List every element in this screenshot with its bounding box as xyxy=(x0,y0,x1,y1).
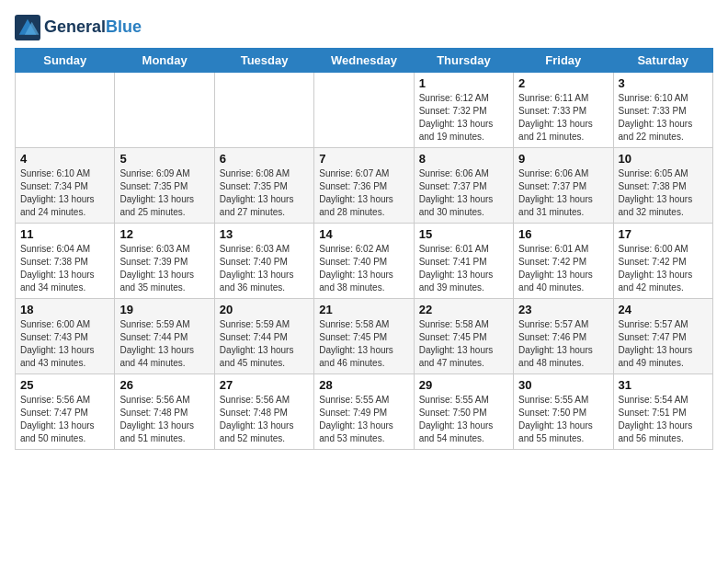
calendar-cell: 12Sunrise: 6:03 AM Sunset: 7:39 PM Dayli… xyxy=(115,224,214,299)
day-info: Sunrise: 5:57 AM Sunset: 7:47 PM Dayligh… xyxy=(619,318,708,370)
dow-header: Friday xyxy=(514,49,613,73)
day-info: Sunrise: 5:58 AM Sunset: 7:45 PM Dayligh… xyxy=(319,318,408,370)
day-info: Sunrise: 6:10 AM Sunset: 7:34 PM Dayligh… xyxy=(20,167,109,219)
calendar-cell: 16Sunrise: 6:01 AM Sunset: 7:42 PM Dayli… xyxy=(514,224,613,299)
calendar-cell: 26Sunrise: 5:56 AM Sunset: 7:48 PM Dayli… xyxy=(115,374,214,450)
day-info: Sunrise: 6:07 AM Sunset: 7:36 PM Dayligh… xyxy=(319,167,408,219)
day-number: 26 xyxy=(119,378,209,392)
day-number: 1 xyxy=(419,76,508,90)
calendar-cell: 29Sunrise: 5:55 AM Sunset: 7:50 PM Dayli… xyxy=(414,374,513,450)
day-number: 7 xyxy=(319,152,408,166)
day-number: 18 xyxy=(20,303,109,316)
day-info: Sunrise: 5:56 AM Sunset: 7:48 PM Dayligh… xyxy=(119,394,209,445)
calendar-cell: 8Sunrise: 6:06 AM Sunset: 7:37 PM Daylig… xyxy=(414,148,513,224)
calendar-cell: 10Sunrise: 6:05 AM Sunset: 7:38 PM Dayli… xyxy=(613,148,712,224)
calendar-cell: 30Sunrise: 5:55 AM Sunset: 7:50 PM Dayli… xyxy=(514,374,613,450)
day-number: 23 xyxy=(518,303,608,316)
calendar-cell: 3Sunrise: 6:10 AM Sunset: 7:33 PM Daylig… xyxy=(613,73,712,148)
day-info: Sunrise: 5:56 AM Sunset: 7:47 PM Dayligh… xyxy=(20,394,109,445)
week-row: 4Sunrise: 6:10 AM Sunset: 7:34 PM Daylig… xyxy=(16,148,713,224)
day-info: Sunrise: 6:01 AM Sunset: 7:41 PM Dayligh… xyxy=(419,243,508,294)
calendar-cell: 7Sunrise: 6:07 AM Sunset: 7:36 PM Daylig… xyxy=(314,148,414,224)
calendar-cell: 24Sunrise: 5:57 AM Sunset: 7:47 PM Dayli… xyxy=(613,299,712,374)
calendar-cell: 17Sunrise: 6:00 AM Sunset: 7:42 PM Dayli… xyxy=(613,224,712,299)
dow-header: Tuesday xyxy=(214,49,313,73)
logo-icon xyxy=(15,15,40,40)
day-number: 21 xyxy=(319,303,408,316)
calendar-table: SundayMondayTuesdayWednesdayThursdayFrid… xyxy=(15,48,713,450)
logo-text: GeneralBlue xyxy=(44,18,142,37)
days-of-week-row: SundayMondayTuesdayWednesdayThursdayFrid… xyxy=(16,49,713,73)
day-info: Sunrise: 5:55 AM Sunset: 7:50 PM Dayligh… xyxy=(419,394,508,445)
day-number: 8 xyxy=(419,152,508,166)
day-info: Sunrise: 6:10 AM Sunset: 7:33 PM Dayligh… xyxy=(619,92,708,144)
calendar-cell: 1Sunrise: 6:12 AM Sunset: 7:32 PM Daylig… xyxy=(414,73,513,148)
day-info: Sunrise: 6:02 AM Sunset: 7:40 PM Dayligh… xyxy=(319,243,408,294)
calendar-cell: 13Sunrise: 6:03 AM Sunset: 7:40 PM Dayli… xyxy=(214,224,313,299)
week-row: 18Sunrise: 6:00 AM Sunset: 7:43 PM Dayli… xyxy=(16,299,713,374)
day-info: Sunrise: 6:12 AM Sunset: 7:32 PM Dayligh… xyxy=(419,92,508,144)
calendar-cell: 31Sunrise: 5:54 AM Sunset: 7:51 PM Dayli… xyxy=(613,374,712,450)
dow-header: Monday xyxy=(115,49,214,73)
day-number: 9 xyxy=(518,152,608,166)
page-header: GeneralBlue xyxy=(15,15,713,40)
logo: GeneralBlue xyxy=(15,15,142,40)
calendar-cell: 27Sunrise: 5:56 AM Sunset: 7:48 PM Dayli… xyxy=(214,374,313,450)
day-info: Sunrise: 5:55 AM Sunset: 7:50 PM Dayligh… xyxy=(518,394,608,445)
day-number: 14 xyxy=(319,227,408,241)
day-info: Sunrise: 6:06 AM Sunset: 7:37 PM Dayligh… xyxy=(419,167,508,219)
dow-header: Saturday xyxy=(613,49,712,73)
calendar-cell xyxy=(115,73,214,148)
dow-header: Sunday xyxy=(16,49,115,73)
day-info: Sunrise: 5:59 AM Sunset: 7:44 PM Dayligh… xyxy=(119,318,209,370)
day-info: Sunrise: 6:03 AM Sunset: 7:39 PM Dayligh… xyxy=(119,243,209,294)
day-info: Sunrise: 6:04 AM Sunset: 7:38 PM Dayligh… xyxy=(20,243,109,294)
day-number: 2 xyxy=(518,76,608,90)
day-number: 31 xyxy=(619,378,708,392)
calendar-cell: 21Sunrise: 5:58 AM Sunset: 7:45 PM Dayli… xyxy=(314,299,414,374)
calendar-cell: 11Sunrise: 6:04 AM Sunset: 7:38 PM Dayli… xyxy=(16,224,115,299)
day-info: Sunrise: 6:00 AM Sunset: 7:43 PM Dayligh… xyxy=(20,318,109,370)
day-number: 13 xyxy=(220,227,309,241)
calendar-cell: 22Sunrise: 5:58 AM Sunset: 7:45 PM Dayli… xyxy=(414,299,513,374)
calendar-cell: 14Sunrise: 6:02 AM Sunset: 7:40 PM Dayli… xyxy=(314,224,414,299)
calendar-cell: 9Sunrise: 6:06 AM Sunset: 7:37 PM Daylig… xyxy=(514,148,613,224)
calendar-cell xyxy=(314,73,414,148)
day-number: 27 xyxy=(220,378,309,392)
calendar-cell: 25Sunrise: 5:56 AM Sunset: 7:47 PM Dayli… xyxy=(16,374,115,450)
week-row: 1Sunrise: 6:12 AM Sunset: 7:32 PM Daylig… xyxy=(16,73,713,148)
day-info: Sunrise: 6:00 AM Sunset: 7:42 PM Dayligh… xyxy=(619,243,708,294)
day-number: 29 xyxy=(419,378,508,392)
day-info: Sunrise: 5:54 AM Sunset: 7:51 PM Dayligh… xyxy=(619,394,708,445)
calendar-cell: 4Sunrise: 6:10 AM Sunset: 7:34 PM Daylig… xyxy=(16,148,115,224)
calendar-cell xyxy=(16,73,115,148)
day-number: 19 xyxy=(119,303,209,316)
calendar-cell xyxy=(214,73,313,148)
dow-header: Wednesday xyxy=(314,49,414,73)
calendar-cell: 23Sunrise: 5:57 AM Sunset: 7:46 PM Dayli… xyxy=(514,299,613,374)
day-number: 11 xyxy=(20,227,109,241)
calendar-cell: 28Sunrise: 5:55 AM Sunset: 7:49 PM Dayli… xyxy=(314,374,414,450)
day-number: 4 xyxy=(20,152,109,166)
week-row: 11Sunrise: 6:04 AM Sunset: 7:38 PM Dayli… xyxy=(16,224,713,299)
calendar-cell: 6Sunrise: 6:08 AM Sunset: 7:35 PM Daylig… xyxy=(214,148,313,224)
day-info: Sunrise: 5:57 AM Sunset: 7:46 PM Dayligh… xyxy=(518,318,608,370)
day-number: 30 xyxy=(518,378,608,392)
day-number: 6 xyxy=(220,152,309,166)
day-number: 12 xyxy=(119,227,209,241)
day-number: 28 xyxy=(319,378,408,392)
day-number: 3 xyxy=(619,76,708,90)
day-number: 25 xyxy=(20,378,109,392)
calendar-cell: 2Sunrise: 6:11 AM Sunset: 7:33 PM Daylig… xyxy=(514,73,613,148)
calendar-cell: 5Sunrise: 6:09 AM Sunset: 7:35 PM Daylig… xyxy=(115,148,214,224)
day-number: 16 xyxy=(518,227,608,241)
week-row: 25Sunrise: 5:56 AM Sunset: 7:47 PM Dayli… xyxy=(16,374,713,450)
calendar-cell: 18Sunrise: 6:00 AM Sunset: 7:43 PM Dayli… xyxy=(16,299,115,374)
day-number: 20 xyxy=(220,303,309,316)
day-number: 22 xyxy=(419,303,508,316)
day-info: Sunrise: 6:05 AM Sunset: 7:38 PM Dayligh… xyxy=(619,167,708,219)
calendar-cell: 19Sunrise: 5:59 AM Sunset: 7:44 PM Dayli… xyxy=(115,299,214,374)
day-info: Sunrise: 6:01 AM Sunset: 7:42 PM Dayligh… xyxy=(518,243,608,294)
day-number: 24 xyxy=(619,303,708,316)
day-info: Sunrise: 6:11 AM Sunset: 7:33 PM Dayligh… xyxy=(518,92,608,144)
